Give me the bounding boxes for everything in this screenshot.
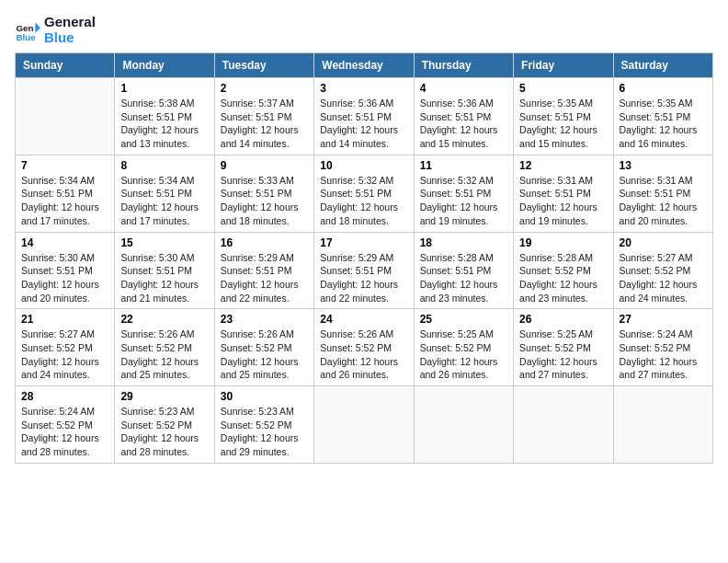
col-header-tuesday: Tuesday: [214, 53, 313, 78]
col-header-saturday: Saturday: [613, 53, 712, 78]
calendar-cell: 14Sunrise: 5:30 AMSunset: 5:51 PMDayligh…: [16, 232, 115, 309]
day-number: 18: [420, 236, 507, 249]
day-info: Sunrise: 5:31 AMSunset: 5:51 PMDaylight:…: [620, 174, 707, 228]
calendar-cell: 17Sunrise: 5:29 AMSunset: 5:51 PMDayligh…: [314, 232, 414, 309]
calendar-cell: 23Sunrise: 5:26 AMSunset: 5:52 PMDayligh…: [214, 309, 313, 386]
calendar-cell: 4Sunrise: 5:36 AMSunset: 5:51 PMDaylight…: [414, 78, 513, 155]
calendar-cell: 15Sunrise: 5:30 AMSunset: 5:51 PMDayligh…: [115, 232, 214, 309]
logo-icon: Gen Blue: [15, 17, 40, 43]
day-info: Sunrise: 5:23 AMSunset: 5:52 PMDaylight:…: [120, 405, 208, 459]
day-info: Sunrise: 5:29 AMSunset: 5:51 PMDaylight:…: [221, 251, 308, 305]
calendar-cell: 7Sunrise: 5:34 AMSunset: 5:51 PMDaylight…: [16, 155, 115, 232]
day-info: Sunrise: 5:26 AMSunset: 5:52 PMDaylight:…: [221, 327, 308, 382]
svg-marker-2: [35, 22, 40, 32]
day-number: 5: [519, 82, 607, 95]
calendar-cell: 3Sunrise: 5:36 AMSunset: 5:51 PMDaylight…: [314, 78, 414, 155]
day-number: 23: [221, 313, 308, 326]
day-info: Sunrise: 5:25 AMSunset: 5:52 PMDaylight:…: [420, 327, 507, 382]
day-number: 12: [519, 159, 607, 172]
day-number: 19: [519, 236, 607, 249]
day-info: Sunrise: 5:28 AMSunset: 5:52 PMDaylight:…: [519, 251, 607, 305]
calendar-cell: [613, 386, 712, 464]
day-info: Sunrise: 5:35 AMSunset: 5:51 PMDaylight:…: [620, 97, 707, 151]
logo-text-line1: General: [44, 15, 96, 30]
calendar-cell: [16, 78, 115, 155]
calendar-cell: 13Sunrise: 5:31 AMSunset: 5:51 PMDayligh…: [613, 155, 712, 232]
calendar-cell: 8Sunrise: 5:34 AMSunset: 5:51 PMDaylight…: [115, 155, 214, 232]
day-number: 15: [120, 236, 208, 249]
calendar-cell: 18Sunrise: 5:28 AMSunset: 5:51 PMDayligh…: [414, 232, 513, 309]
page-header: Gen Blue General Blue: [15, 15, 713, 45]
day-info: Sunrise: 5:28 AMSunset: 5:51 PMDaylight:…: [420, 251, 507, 305]
day-number: 29: [120, 390, 208, 403]
calendar-week-row: 1Sunrise: 5:38 AMSunset: 5:51 PMDaylight…: [16, 78, 713, 155]
calendar-cell: 16Sunrise: 5:29 AMSunset: 5:51 PMDayligh…: [214, 232, 313, 309]
day-info: Sunrise: 5:31 AMSunset: 5:51 PMDaylight:…: [519, 174, 607, 228]
day-number: 3: [320, 82, 407, 95]
day-info: Sunrise: 5:24 AMSunset: 5:52 PMDaylight:…: [21, 405, 108, 459]
day-info: Sunrise: 5:27 AMSunset: 5:52 PMDaylight:…: [21, 327, 108, 382]
day-number: 26: [519, 313, 607, 326]
svg-text:Blue: Blue: [16, 31, 36, 41]
calendar-cell: 25Sunrise: 5:25 AMSunset: 5:52 PMDayligh…: [414, 309, 513, 386]
day-number: 4: [420, 82, 507, 95]
day-info: Sunrise: 5:34 AMSunset: 5:51 PMDaylight:…: [21, 174, 108, 228]
calendar-cell: [514, 386, 613, 464]
calendar-table: SundayMondayTuesdayWednesdayThursdayFrid…: [15, 52, 713, 464]
day-info: Sunrise: 5:30 AMSunset: 5:51 PMDaylight:…: [120, 251, 208, 305]
day-info: Sunrise: 5:26 AMSunset: 5:52 PMDaylight:…: [320, 327, 407, 382]
day-number: 25: [420, 313, 507, 326]
calendar-week-row: 7Sunrise: 5:34 AMSunset: 5:51 PMDaylight…: [16, 155, 713, 232]
calendar-cell: 19Sunrise: 5:28 AMSunset: 5:52 PMDayligh…: [514, 232, 613, 309]
day-number: 30: [221, 390, 308, 403]
day-info: Sunrise: 5:36 AMSunset: 5:51 PMDaylight:…: [320, 97, 407, 151]
calendar-week-row: 14Sunrise: 5:30 AMSunset: 5:51 PMDayligh…: [16, 232, 713, 309]
day-info: Sunrise: 5:26 AMSunset: 5:52 PMDaylight:…: [120, 327, 208, 382]
day-info: Sunrise: 5:30 AMSunset: 5:51 PMDaylight:…: [21, 251, 108, 305]
day-number: 14: [21, 236, 108, 249]
logo-text-line2: Blue: [44, 30, 96, 46]
day-number: 21: [21, 313, 108, 326]
calendar-cell: 21Sunrise: 5:27 AMSunset: 5:52 PMDayligh…: [16, 309, 115, 386]
logo: Gen Blue General Blue: [15, 15, 96, 45]
day-number: 1: [120, 82, 208, 95]
day-info: Sunrise: 5:36 AMSunset: 5:51 PMDaylight:…: [420, 97, 507, 151]
calendar-cell: 22Sunrise: 5:26 AMSunset: 5:52 PMDayligh…: [115, 309, 214, 386]
calendar-cell: 10Sunrise: 5:32 AMSunset: 5:51 PMDayligh…: [314, 155, 414, 232]
calendar-week-row: 28Sunrise: 5:24 AMSunset: 5:52 PMDayligh…: [16, 386, 713, 464]
day-number: 9: [221, 159, 308, 172]
day-number: 6: [620, 82, 707, 95]
day-info: Sunrise: 5:23 AMSunset: 5:52 PMDaylight:…: [221, 405, 308, 459]
col-header-monday: Monday: [115, 53, 214, 78]
calendar-cell: 24Sunrise: 5:26 AMSunset: 5:52 PMDayligh…: [314, 309, 414, 386]
day-number: 27: [620, 313, 707, 326]
col-header-sunday: Sunday: [16, 53, 115, 78]
day-number: 17: [320, 236, 407, 249]
day-info: Sunrise: 5:27 AMSunset: 5:52 PMDaylight:…: [620, 251, 707, 305]
day-info: Sunrise: 5:32 AMSunset: 5:51 PMDaylight:…: [420, 174, 507, 228]
day-number: 20: [620, 236, 707, 249]
day-number: 28: [21, 390, 108, 403]
calendar-cell: 26Sunrise: 5:25 AMSunset: 5:52 PMDayligh…: [514, 309, 613, 386]
day-info: Sunrise: 5:37 AMSunset: 5:51 PMDaylight:…: [221, 97, 308, 151]
calendar-cell: 11Sunrise: 5:32 AMSunset: 5:51 PMDayligh…: [414, 155, 513, 232]
day-info: Sunrise: 5:25 AMSunset: 5:52 PMDaylight:…: [519, 327, 607, 382]
calendar-cell: 28Sunrise: 5:24 AMSunset: 5:52 PMDayligh…: [16, 386, 115, 464]
day-number: 7: [21, 159, 108, 172]
day-number: 13: [620, 159, 707, 172]
calendar-cell: 30Sunrise: 5:23 AMSunset: 5:52 PMDayligh…: [214, 386, 313, 464]
calendar-cell: 20Sunrise: 5:27 AMSunset: 5:52 PMDayligh…: [613, 232, 712, 309]
calendar-cell: 12Sunrise: 5:31 AMSunset: 5:51 PMDayligh…: [514, 155, 613, 232]
day-number: 8: [120, 159, 208, 172]
day-number: 22: [120, 313, 208, 326]
calendar-cell: 5Sunrise: 5:35 AMSunset: 5:51 PMDaylight…: [514, 78, 613, 155]
col-header-wednesday: Wednesday: [314, 53, 414, 78]
calendar-cell: 2Sunrise: 5:37 AMSunset: 5:51 PMDaylight…: [214, 78, 313, 155]
calendar-cell: [414, 386, 513, 464]
day-number: 10: [320, 159, 407, 172]
calendar-cell: 1Sunrise: 5:38 AMSunset: 5:51 PMDaylight…: [115, 78, 214, 155]
day-number: 16: [221, 236, 308, 249]
day-number: 11: [420, 159, 507, 172]
calendar-cell: 27Sunrise: 5:24 AMSunset: 5:52 PMDayligh…: [613, 309, 712, 386]
col-header-thursday: Thursday: [414, 53, 513, 78]
